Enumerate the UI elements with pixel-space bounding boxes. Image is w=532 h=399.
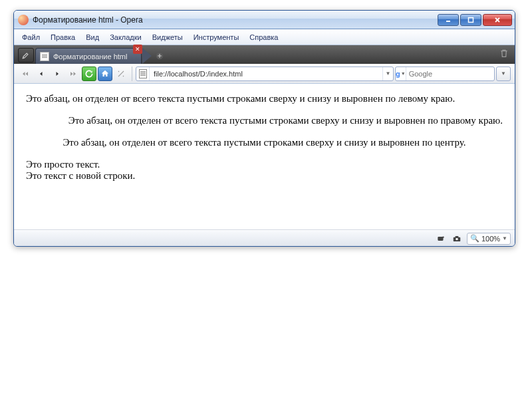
view-dropdown-button[interactable]: ▼ bbox=[496, 66, 511, 81]
browser-window: Форматирование html - Opera Файл Правка … bbox=[13, 10, 515, 247]
paragraph-right: Это абзац, он отделен от всего текста пу… bbox=[26, 115, 503, 126]
wand-button[interactable] bbox=[114, 66, 128, 81]
forward-button[interactable] bbox=[50, 66, 65, 81]
svg-rect-1 bbox=[469, 17, 473, 22]
tools-button[interactable] bbox=[18, 48, 34, 63]
navbar: ▼ g ▼ ▼ bbox=[14, 64, 515, 84]
menu-tools[interactable]: Инструменты bbox=[188, 31, 245, 43]
page-content: Это абзац, он отделен от всего текста пу… bbox=[14, 84, 515, 230]
maximize-button[interactable] bbox=[460, 14, 481, 26]
document-icon bbox=[40, 52, 49, 61]
search-bar[interactable]: g ▼ bbox=[395, 66, 495, 81]
zoom-control[interactable]: 🔍 100% ▼ bbox=[467, 233, 511, 245]
close-tab-button[interactable]: ✕ bbox=[133, 45, 142, 54]
search-input[interactable] bbox=[406, 70, 503, 78]
window-title: Форматирование html - Opera bbox=[33, 15, 438, 25]
closed-tabs-button[interactable] bbox=[499, 48, 511, 60]
new-tab-button[interactable] bbox=[152, 48, 168, 64]
back-button[interactable] bbox=[34, 66, 49, 81]
menu-view[interactable]: Вид bbox=[80, 31, 104, 43]
zoom-value: 100% bbox=[481, 235, 500, 243]
address-input[interactable] bbox=[150, 70, 382, 78]
svg-rect-9 bbox=[456, 235, 459, 237]
svg-point-8 bbox=[456, 237, 458, 240]
svg-point-6 bbox=[442, 236, 444, 237]
opera-icon bbox=[18, 15, 29, 25]
address-dropdown[interactable]: ▼ bbox=[382, 67, 393, 80]
tabbar: Форматирование html ✕ bbox=[14, 45, 515, 64]
paragraph-center: Это абзац, он отделен от всего текста пу… bbox=[26, 137, 503, 148]
camera-icon[interactable] bbox=[451, 233, 463, 245]
search-engine-button[interactable]: g ▼ bbox=[396, 67, 406, 80]
separator bbox=[132, 66, 132, 81]
magnifier-icon: 🔍 bbox=[470, 234, 479, 243]
titlebar: Форматирование html - Opera bbox=[14, 11, 515, 29]
plain-text-2: Это текст с новой строки. bbox=[26, 170, 503, 182]
reload-button[interactable] bbox=[82, 66, 96, 81]
menu-bookmarks[interactable]: Закладки bbox=[104, 31, 147, 43]
turbo-icon[interactable] bbox=[435, 233, 447, 245]
menu-widgets[interactable]: Виджеты bbox=[147, 31, 188, 43]
paragraph-left: Это абзац, он отделен от всего текста пу… bbox=[26, 93, 503, 104]
zoom-dropdown[interactable]: ▼ bbox=[502, 235, 507, 241]
google-icon: g bbox=[396, 70, 400, 78]
statusbar: 🔍 100% ▼ bbox=[14, 230, 515, 246]
menubar: Файл Правка Вид Закладки Виджеты Инструм… bbox=[14, 29, 515, 45]
menu-file[interactable]: Файл bbox=[17, 31, 45, 43]
svg-rect-5 bbox=[438, 237, 443, 241]
plain-text-1: Это просто текст. bbox=[26, 159, 503, 170]
tab-label: Форматирование html bbox=[53, 53, 137, 61]
rewind-button[interactable] bbox=[18, 66, 33, 81]
tab-edge bbox=[142, 48, 152, 64]
page-icon[interactable] bbox=[136, 67, 150, 80]
close-button[interactable] bbox=[483, 14, 512, 26]
tab-active[interactable]: Форматирование html ✕ bbox=[35, 48, 142, 64]
minimize-button[interactable] bbox=[438, 14, 459, 26]
menu-help[interactable]: Справка bbox=[244, 31, 283, 43]
fast-forward-button[interactable] bbox=[66, 66, 80, 81]
window-controls bbox=[438, 14, 512, 26]
address-bar[interactable]: ▼ bbox=[136, 66, 394, 81]
menu-edit[interactable]: Правка bbox=[45, 31, 80, 43]
home-button[interactable] bbox=[98, 66, 112, 81]
